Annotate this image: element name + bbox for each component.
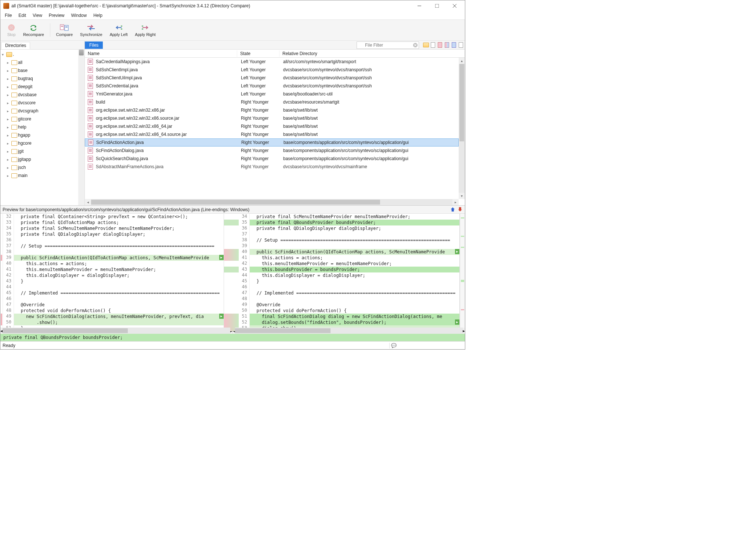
file-row[interactable]: org.eclipse.swt.win32.win32.x86_64.jarRi… [85, 122, 459, 130]
file-row[interactable]: YmlGenerator.javaLeft Youngerbase/q/boot… [85, 90, 459, 98]
title-bar: all (SmartGit master) [E:\java\all-toget… [0, 0, 465, 11]
menu-view[interactable]: View [30, 12, 45, 19]
file-row[interactable]: org.eclipse.swt.win32.win32.x86.source.j… [85, 114, 459, 122]
folder-icon [11, 76, 17, 81]
tree-item[interactable]: ▸help [0, 123, 84, 131]
file-icon [88, 131, 93, 137]
clear-filter-icon[interactable] [413, 43, 418, 48]
col-relative-dir[interactable]: Relative Directory [279, 50, 465, 57]
file-icon [88, 99, 93, 105]
status-box: 💬 [389, 343, 463, 348]
file-icon [88, 115, 93, 121]
filter-folder-button[interactable] [423, 41, 429, 49]
filter-pink-button[interactable] [437, 41, 443, 49]
directories-tab[interactable]: Directories [1, 42, 30, 49]
file-icon [88, 67, 93, 73]
folder-icon [11, 149, 17, 154]
dir-scrollbar[interactable] [78, 50, 84, 205]
tree-item[interactable]: ▸bugtraq [0, 75, 84, 83]
col-name[interactable]: Name [85, 50, 237, 57]
diff-minimap[interactable] [460, 214, 465, 328]
file-filter-input[interactable] [357, 41, 419, 49]
left-pane[interactable]: 3233343536373839404142434445464748495051… [3, 214, 224, 328]
toolbar: Stop Recompare Compare Synchronize Apply… [0, 19, 465, 41]
file-icon [88, 91, 93, 97]
file-list-hscroll[interactable]: ◂▸ [85, 199, 459, 205]
main-content: Directories ▾. ▸all▸base▸bugtraq▸deepgit… [0, 41, 465, 205]
tree-item[interactable]: ▸deepgit [0, 83, 84, 91]
close-button[interactable] [449, 2, 460, 10]
tree-item[interactable]: ▸jgit [0, 147, 84, 155]
status-bar: Ready 💬 [0, 341, 465, 349]
comment-icon: 💬 [391, 343, 397, 348]
app-window: all (SmartGit master) [E:\java\all-toget… [0, 0, 465, 350]
file-icon [88, 75, 93, 81]
next-diff-button[interactable]: 🡇 [458, 207, 463, 213]
synchronize-button[interactable]: Synchronize [76, 23, 106, 37]
folder-icon [11, 165, 17, 170]
tree-item[interactable]: ▸jgitapp [0, 155, 84, 163]
status-text: Ready [3, 343, 15, 348]
file-row[interactable]: SdSshClientUiImpl.javaLeft Youngerdvcsba… [85, 74, 459, 82]
filter-blue-button[interactable] [451, 41, 457, 49]
tree-root[interactable]: ▾. [0, 50, 84, 58]
col-state[interactable]: State [237, 50, 279, 57]
file-list[interactable]: SaCredentialMappings.javaLeft Youngerall… [85, 58, 465, 205]
tree-item[interactable]: ▸all [0, 58, 84, 66]
minimize-button[interactable] [414, 2, 425, 10]
file-row[interactable]: ScFindActionDialog.javaRight Youngerbase… [85, 147, 459, 155]
file-row[interactable]: SaCredentialMappings.javaLeft Youngerall… [85, 58, 459, 66]
filter-blank-button[interactable] [430, 41, 436, 49]
file-row[interactable]: SdAbstractMainFrameActions.javaRight You… [85, 163, 459, 171]
stop-icon [7, 24, 16, 32]
file-row[interactable]: org.eclipse.swt.win32.win32.x86_64.sourc… [85, 130, 459, 138]
file-icon [88, 107, 93, 113]
menu-file[interactable]: File [2, 12, 15, 19]
tree-item[interactable]: ▸dvcsgraph [0, 107, 84, 115]
folder-icon [11, 84, 17, 89]
tree-item[interactable]: ▸jsch [0, 163, 84, 171]
apply-right-icon [141, 24, 150, 32]
menu-help[interactable]: Help [90, 12, 105, 19]
folder-open-icon [6, 52, 12, 57]
menu-edit[interactable]: Edit [15, 12, 29, 19]
directory-tree[interactable]: ▾. ▸all▸base▸bugtraq▸deepgit▸dvcsbase▸dv… [0, 50, 84, 205]
folder-icon [11, 117, 17, 122]
doc-pink-icon [438, 42, 442, 48]
compare-button[interactable]: Compare [53, 23, 76, 37]
file-row[interactable]: org.eclipse.swt.win32.win32.x86.jarRight… [85, 106, 459, 114]
tree-item[interactable]: ▸hgcore [0, 139, 84, 147]
file-row[interactable]: buildRight Youngerdvcsbase/resources/sma… [85, 98, 459, 106]
tree-item[interactable]: ▸hgapp [0, 131, 84, 139]
tree-item[interactable]: ▸base [0, 66, 84, 75]
tree-item[interactable]: ▸dvcscore [0, 99, 84, 107]
right-pane[interactable]: 3435363738394041424344454647484950515253… [239, 214, 460, 328]
left-change-bar [0, 214, 3, 328]
file-row[interactable]: SdSshCredential.javaLeft Youngerdvcsbase… [85, 82, 459, 90]
files-tab[interactable]: Files [85, 41, 103, 49]
folder-icon [11, 93, 17, 97]
menu-bar: File Edit View Preview Window Help [0, 11, 465, 19]
file-icon [88, 164, 93, 170]
tree-item[interactable]: ▸main [0, 171, 84, 180]
maximize-button[interactable] [432, 2, 442, 10]
file-row[interactable]: ScFindActionAction.javaRight Youngerbase… [85, 138, 459, 147]
menu-window[interactable]: Window [68, 12, 90, 19]
filter-pinkblue-button[interactable] [444, 41, 450, 49]
menu-preview[interactable]: Preview [46, 12, 68, 19]
file-row[interactable]: SdSshClientImpl.javaLeft Youngerdvcsbase… [85, 66, 459, 74]
file-row[interactable]: ScQuickSearchDialog.javaRight Youngerbas… [85, 155, 459, 163]
file-list-vscroll[interactable]: ▴▾ [459, 58, 465, 199]
folder-icon [11, 109, 17, 113]
apply-right-button[interactable]: Apply Right [131, 23, 159, 37]
prev-diff-button[interactable]: 🡅 [450, 207, 455, 213]
tree-item[interactable]: ▸gitcore [0, 115, 84, 123]
recompare-button[interactable]: Recompare [19, 23, 48, 37]
filter-blank2-button[interactable] [458, 41, 464, 49]
directories-panel: Directories ▾. ▸all▸base▸bugtraq▸deepgit… [0, 41, 85, 205]
tree-item[interactable]: ▸dvcsbase [0, 91, 84, 99]
file-icon [88, 140, 93, 145]
folder-icon [11, 157, 17, 162]
folder-icon [11, 68, 17, 73]
apply-left-button[interactable]: Apply Left [106, 23, 131, 37]
